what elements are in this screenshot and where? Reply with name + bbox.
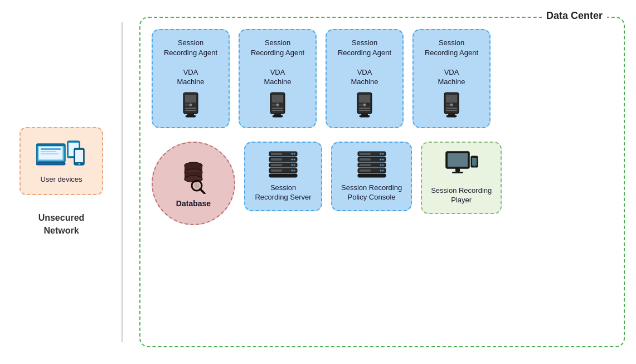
svg-rect-16: [185, 104, 190, 106]
user-devices-box: User devices: [20, 127, 103, 196]
unsecured-network-label: Unsecured Network: [38, 212, 85, 237]
data-center-title: Data Center: [542, 10, 607, 22]
svg-point-73: [380, 153, 381, 154]
agent-box-2: SessionRecording AgentVDAMachine: [239, 29, 317, 128]
svg-point-81: [380, 164, 381, 166]
svg-rect-63: [271, 164, 282, 166]
svg-rect-92: [452, 172, 463, 173]
svg-rect-4: [41, 148, 61, 150]
svg-point-78: [382, 158, 383, 160]
svg-rect-12: [75, 150, 83, 162]
left-panel: User devices Unsecured Network: [0, 0, 123, 364]
svg-rect-42: [446, 108, 457, 109]
svg-point-56: [292, 153, 293, 154]
svg-point-82: [382, 164, 383, 166]
tower-computer-icon-4: [441, 91, 462, 119]
svg-rect-23: [272, 95, 283, 103]
svg-point-95: [474, 166, 475, 167]
tower-computer-icon-1: [180, 91, 201, 119]
data-center-border: Data Center SessionRecording AgentVDAMac…: [139, 17, 625, 347]
svg-rect-27: [272, 110, 283, 111]
svg-rect-26: [272, 108, 283, 109]
svg-rect-32: [359, 104, 363, 106]
agent-box-1: SessionRecording AgentVDAMachine: [152, 29, 230, 128]
player-monitor-icon: [443, 151, 479, 181]
policy-server-icon: [355, 151, 389, 178]
agent-label-3: SessionRecording AgentVDAMachine: [338, 38, 391, 87]
svg-rect-91: [455, 168, 460, 172]
svg-rect-35: [359, 110, 370, 111]
svg-rect-90: [448, 153, 468, 167]
svg-rect-29: [273, 115, 283, 117]
svg-rect-6: [41, 153, 59, 154]
session-recording-server-label: Session Recording Server: [255, 183, 311, 202]
svg-rect-15: [185, 95, 196, 103]
svg-rect-19: [185, 110, 196, 111]
svg-rect-7: [36, 162, 65, 165]
session-recording-policy-box: Session Recording Policy Console: [331, 142, 412, 211]
svg-rect-34: [359, 108, 370, 109]
svg-point-25: [276, 103, 279, 106]
right-panel: Data Center SessionRecording AgentVDAMac…: [123, 0, 636, 364]
svg-point-61: [294, 158, 295, 160]
user-devices-label: User devices: [40, 174, 82, 185]
main-container: User devices Unsecured Network Data Cent…: [0, 0, 636, 364]
svg-point-77: [380, 158, 381, 160]
server-rack-icon: [266, 151, 300, 178]
svg-point-57: [294, 153, 295, 154]
svg-point-60: [292, 158, 293, 160]
svg-rect-21: [186, 115, 196, 117]
session-recording-player-box: Session Recording Player: [421, 142, 502, 214]
svg-rect-72: [360, 153, 371, 155]
player-label: Session Recording Player: [431, 186, 492, 205]
agent-label-4: SessionRecording AgentVDAMachine: [425, 38, 478, 87]
svg-point-69: [294, 169, 295, 171]
tower-computer-icon-3: [354, 91, 375, 119]
svg-rect-94: [472, 158, 477, 166]
svg-point-74: [382, 153, 383, 154]
svg-rect-40: [446, 104, 450, 106]
svg-rect-39: [446, 95, 457, 103]
svg-point-86: [382, 169, 383, 171]
policy-console-label: Session Recording Policy Console: [341, 183, 402, 202]
agent-box-4: SessionRecording AgentVDAMachine: [412, 29, 491, 128]
agent-label-2: SessionRecording AgentVDAMachine: [251, 38, 304, 87]
svg-rect-18: [185, 108, 196, 109]
svg-rect-31: [359, 95, 370, 103]
svg-rect-37: [360, 115, 370, 117]
svg-point-13: [79, 163, 80, 164]
svg-rect-43: [446, 110, 457, 111]
svg-point-33: [363, 103, 366, 106]
svg-rect-45: [446, 115, 457, 117]
devices-icon: [36, 138, 86, 169]
svg-rect-55: [271, 153, 282, 155]
agent-box-3: SessionRecording AgentVDAMachine: [326, 29, 404, 128]
session-recording-server-box: Session Recording Server: [244, 142, 322, 211]
svg-point-65: [294, 164, 295, 166]
tower-computer-icon-2: [267, 91, 288, 119]
svg-rect-24: [272, 104, 276, 106]
svg-rect-76: [360, 158, 371, 161]
svg-rect-2: [36, 144, 65, 146]
svg-rect-87: [358, 174, 386, 177]
svg-rect-80: [360, 164, 371, 166]
bottom-row: Database: [152, 142, 613, 225]
svg-rect-5: [41, 151, 56, 152]
svg-point-52: [194, 183, 200, 188]
agents-row: SessionRecording AgentVDAMachine: [152, 29, 613, 128]
database-box: Database: [152, 142, 235, 225]
svg-point-68: [292, 169, 293, 171]
svg-rect-59: [271, 158, 282, 161]
database-label: Database: [176, 198, 211, 209]
database-icon: [176, 158, 212, 194]
svg-rect-84: [360, 169, 371, 172]
svg-rect-67: [271, 169, 282, 172]
svg-point-85: [380, 169, 381, 171]
svg-line-53: [200, 189, 205, 193]
svg-point-17: [190, 103, 192, 106]
svg-point-64: [292, 164, 293, 166]
svg-point-41: [450, 103, 453, 106]
svg-rect-70: [269, 174, 297, 177]
agent-label-1: SessionRecording AgentVDAMachine: [164, 38, 217, 87]
